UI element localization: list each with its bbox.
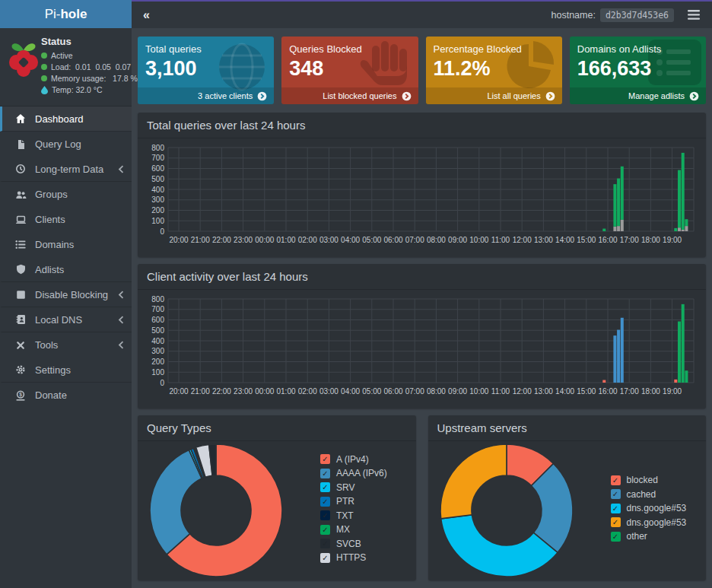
checkbox-icon[interactable]: ✓ — [320, 553, 330, 563]
file-icon — [12, 139, 29, 150]
bar-permitted[interactable] — [682, 153, 685, 230]
legend-label: MX — [336, 524, 350, 535]
sidebar-collapse-button[interactable]: « — [143, 8, 150, 22]
total-queries-chart[interactable]: 010020030040050060070080020:0021:0022:00… — [145, 141, 698, 256]
hamburger-menu-icon[interactable] — [688, 10, 700, 20]
sidebar-item-local-dns[interactable]: Local DNS — [0, 307, 132, 332]
upstream-servers-legend: ✓blocked✓cached✓dns.google#53✓dns.google… — [611, 475, 687, 545]
bar[interactable] — [621, 318, 624, 383]
sidebar-item-label: Disable Blocking — [35, 289, 118, 300]
query-types-donut[interactable] — [147, 441, 285, 580]
sidebar-item-query-log[interactable]: Query Log — [0, 132, 132, 157]
stat-card-domains-on-adlists[interactable]: Domains on Adlists166,633Manage adlists — [570, 37, 706, 104]
y-axis-tick: 700 — [151, 154, 164, 162]
checkbox-icon[interactable]: ✓ — [611, 475, 621, 485]
chevron-left-icon — [118, 341, 124, 349]
svg-text:$: $ — [19, 392, 22, 398]
status-dot-icon — [41, 64, 47, 70]
legend-label: A (IPv4) — [336, 454, 369, 465]
legend-item-ptr[interactable]: ✓PTR — [320, 496, 387, 507]
checkbox-icon[interactable]: ✓ — [611, 489, 621, 499]
bar-permitted[interactable] — [678, 170, 681, 228]
bar-blocked[interactable] — [682, 230, 685, 231]
bar-permitted[interactable] — [613, 184, 616, 227]
bar-permitted[interactable] — [621, 167, 624, 220]
bar[interactable] — [674, 380, 677, 383]
bar[interactable] — [678, 322, 681, 383]
legend-item-a-ipv4[interactable]: ✓A (IPv4) — [320, 454, 387, 465]
y-axis-tick: 0 — [160, 227, 164, 236]
checkbox-icon[interactable]: ✓ — [320, 482, 330, 492]
checkbox-icon[interactable]: ✓ — [320, 454, 330, 464]
bar[interactable] — [617, 330, 620, 383]
bar-permitted[interactable] — [617, 179, 620, 227]
donut-slice-dns-google-53[interactable] — [440, 444, 507, 519]
sidebar-item-clients[interactable]: Clients — [0, 207, 132, 232]
checkbox-icon[interactable]: ✓ — [611, 504, 621, 513]
client-activity-chart[interactable]: 010020030040050060070080020:0021:0022:00… — [145, 293, 698, 407]
stat-card-total-queries[interactable]: Total queries3,1003 active clients — [138, 37, 274, 104]
sidebar-item-dashboard[interactable]: Dashboard — [0, 106, 132, 132]
checkbox-icon[interactable]: ✓ — [611, 532, 621, 542]
sidebar-item-tools[interactable]: Tools — [0, 332, 132, 358]
brand-logo[interactable]: Pi-hole — [0, 0, 132, 28]
checkbox-icon[interactable]: ✓ — [320, 469, 330, 478]
arrow-circle-icon — [257, 91, 267, 101]
checkbox-icon[interactable]: ✓ — [320, 539, 330, 548]
legend-item-txt[interactable]: ✓TXT — [320, 510, 387, 521]
card-footer-link[interactable]: Manage adlists — [570, 87, 706, 104]
legend-item-srv[interactable]: ✓SRV — [320, 482, 387, 493]
card-footer-link[interactable]: List blocked queries — [281, 87, 418, 104]
sidebar-item-settings[interactable]: Settings — [0, 358, 132, 383]
legend-item-dns-google-53[interactable]: ✓dns.google#53 — [611, 517, 687, 528]
stat-card-percentage-blocked[interactable]: Percentage Blocked11.2%List all queries — [426, 37, 562, 104]
stat-card-queries-blocked[interactable]: Queries Blocked348List blocked queries — [281, 37, 418, 104]
upstream-servers-donut[interactable] — [437, 441, 576, 580]
bar-permitted[interactable] — [674, 228, 677, 231]
card-footer-link[interactable]: 3 active clients — [138, 87, 274, 104]
legend-item-https[interactable]: ✓HTTPS — [320, 552, 387, 563]
panel-title: Upstream servers — [428, 415, 707, 441]
legend-item-dns-google-53[interactable]: ✓dns.google#53 — [611, 503, 687, 513]
bar-blocked[interactable] — [617, 226, 620, 231]
bar[interactable] — [682, 304, 685, 383]
sidebar-item-domains[interactable]: Domains — [0, 232, 132, 257]
bar-permitted[interactable] — [685, 219, 688, 226]
legend-label: blocked — [627, 475, 658, 485]
checkbox-icon[interactable]: ✓ — [320, 510, 330, 520]
status-dot-icon — [41, 52, 47, 59]
bar-blocked[interactable] — [621, 220, 624, 231]
legend-item-aaaa-ipv6[interactable]: ✓AAAA (IPv6) — [320, 468, 387, 478]
y-axis-tick: 400 — [151, 337, 164, 345]
card-title: Total queries — [145, 43, 266, 55]
sidebar-item-adlists[interactable]: Adlists — [0, 257, 132, 282]
x-axis-tick: 15:00 — [577, 236, 596, 244]
bar-blocked[interactable] — [685, 226, 688, 231]
bar-blocked[interactable] — [613, 227, 616, 231]
bar-blocked[interactable] — [678, 227, 681, 231]
bar[interactable] — [602, 380, 606, 383]
bar[interactable] — [685, 370, 688, 383]
legend-item-blocked[interactable]: ✓blocked — [611, 475, 687, 485]
sidebar-item-long-term-data[interactable]: Long-term Data — [0, 157, 132, 182]
panel-title: Client activity over last 24 hours — [138, 264, 706, 290]
sidebar-item-donate[interactable]: $Donate — [0, 383, 132, 408]
gear-icon — [12, 364, 29, 375]
legend-item-cached[interactable]: ✓cached — [611, 489, 687, 500]
status-row: Active — [41, 51, 138, 60]
legend-item-svcb[interactable]: ✓SVCB — [320, 539, 387, 549]
bar[interactable] — [613, 335, 616, 383]
sidebar-item-disable-blocking[interactable]: Disable Blocking — [0, 282, 132, 307]
card-footer-link[interactable]: List all queries — [426, 87, 562, 104]
status-dot-icon — [41, 75, 47, 81]
checkbox-icon[interactable]: ✓ — [320, 497, 330, 507]
card-footer-label: List blocked queries — [323, 91, 396, 100]
checkbox-icon[interactable]: ✓ — [320, 525, 330, 535]
legend-item-other[interactable]: ✓other — [611, 531, 687, 542]
legend-item-mx[interactable]: ✓MX — [320, 524, 387, 535]
bar-permitted[interactable] — [602, 229, 606, 231]
checkbox-icon[interactable]: ✓ — [611, 517, 621, 527]
sidebar-item-groups[interactable]: Groups — [0, 182, 132, 207]
sidebar-menu: DashboardQuery LogLong-term DataGroupsCl… — [0, 106, 132, 588]
sidebar-item-label: Adlists — [35, 264, 124, 275]
